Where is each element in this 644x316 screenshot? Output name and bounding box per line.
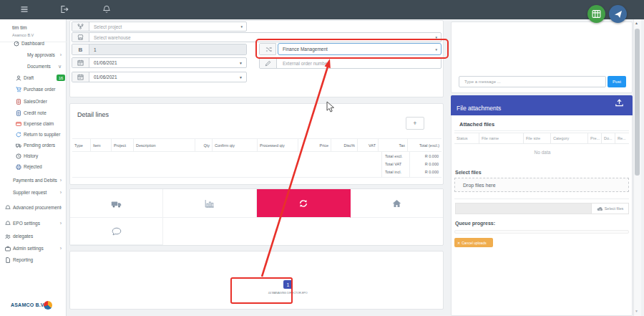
cancel-uploads-button[interactable]: ✕ Cancel uploads	[454, 238, 493, 247]
col-description: Description	[134, 139, 195, 151]
col-download: Do...	[601, 133, 615, 143]
flow-node-label: 44 MANAGING DIRECTOR-EPO	[268, 292, 308, 295]
truck-icon	[15, 142, 21, 148]
grid-fab-button[interactable]	[587, 5, 605, 23]
caret-down-icon: ▾	[435, 35, 437, 39]
order-number-field: B 1	[72, 44, 247, 55]
col-category: Category	[550, 133, 587, 143]
sidebar-item-return-to-supplier[interactable]: Return to supplier	[0, 130, 67, 139]
tab-comments[interactable]	[70, 218, 163, 245]
add-line-button[interactable]: +	[406, 117, 424, 130]
caret-down-icon: ▼	[239, 75, 243, 80]
sidebar-item-my-approvals[interactable]: My approvals ›	[0, 50, 67, 59]
send-fab-button[interactable]	[609, 5, 627, 23]
divider	[454, 130, 629, 131]
file-picker-bar[interactable]	[456, 204, 591, 214]
flow-node[interactable]: 1 44 MANAGING DIRECTOR-EPO	[255, 280, 321, 296]
upload-icon[interactable]	[615, 98, 624, 107]
comment-icon	[112, 227, 122, 236]
tab-statistics[interactable]	[163, 189, 257, 218]
sidebar-item-payments-debits[interactable]: Payments and Debits ›	[0, 176, 67, 185]
sidebar-item-draft[interactable]: Draft 16	[0, 73, 67, 82]
sidebar-item-documents[interactable]: Documents ∨	[0, 62, 67, 71]
tab-home[interactable]	[351, 189, 443, 218]
chevron-right-icon: ›	[60, 53, 62, 57]
sidebar-item-supplier-request[interactable]: Supplier request ›	[0, 188, 67, 197]
grid-icon	[592, 9, 601, 19]
file-attachments-header: File attachments	[451, 95, 633, 115]
col-file-name: File name	[479, 133, 523, 143]
col-project: Project	[112, 139, 134, 151]
sidebar-item-purchase-order[interactable]: Purchase order	[0, 85, 67, 94]
attached-files-title: Attached files	[459, 121, 494, 128]
sidebar-item-delegates[interactable]: delegates	[0, 231, 67, 241]
home-icon	[392, 199, 401, 208]
sidebar-item-advanced-procurement[interactable]: Advanced procurement ›	[0, 203, 67, 212]
notifications-bell-icon[interactable]	[102, 5, 112, 14]
scroll-up-icon[interactable]: ▲	[635, 21, 638, 25]
sidebar-item-history[interactable]: History	[0, 151, 67, 161]
cloud-upload-icon	[597, 206, 603, 211]
sidebar-item-salesorder[interactable]: SalesOrder	[0, 97, 67, 106]
detail-table-header: Type Item Project Description Qty Confir…	[72, 138, 441, 152]
chevron-right-icon: ›	[60, 178, 62, 183]
user-name: tim tim	[12, 25, 27, 30]
sidebar-item-credit-note[interactable]: Credit note	[0, 108, 67, 118]
external-order-input[interactable]	[281, 60, 436, 67]
pencil-icon	[260, 59, 277, 68]
col-vat: VAT	[358, 139, 379, 151]
sidebar-item-dashboard[interactable]: Dashboard	[0, 39, 67, 48]
chevron-right-icon: ›	[60, 221, 62, 226]
shuffle-icon	[260, 44, 276, 54]
file-attachments-title: File attachments	[457, 105, 501, 112]
warehouse-icon	[72, 33, 89, 42]
sidebar-item-reporting[interactable]: Reporting	[0, 255, 67, 264]
sidebar-item-rejected[interactable]: Rejected	[0, 162, 67, 171]
number-icon: B	[72, 44, 89, 54]
warehouse-select[interactable]: Select warehouse ▾	[72, 32, 441, 42]
post-button[interactable]: Post	[608, 76, 626, 87]
scroll-down-icon[interactable]: ▼	[635, 309, 638, 313]
col-confirm-qty: Confirm qty	[213, 139, 258, 151]
message-input[interactable]	[463, 79, 602, 85]
col-file-size: File size	[523, 133, 550, 143]
sidebar-item-expense-claim[interactable]: Expense claim	[0, 119, 67, 128]
chevron-right-icon: ›	[60, 191, 62, 195]
sidebar-item-epo-settings[interactable]: EPO settings ›	[0, 219, 67, 228]
project-select[interactable]: Select project ▾	[72, 21, 247, 32]
user-edit-icon	[15, 75, 21, 81]
file-picker: Select files	[455, 203, 629, 214]
scrollbar-thumb[interactable]	[635, 29, 640, 176]
sidebar-item-pending-orders[interactable]: Pending orders	[0, 140, 67, 150]
top-bar	[0, 0, 644, 19]
attachments-table-header: Status File name File size Category Pre.…	[454, 133, 629, 144]
no-data-text: No data	[452, 150, 633, 155]
caret-down-icon: ▾	[240, 24, 243, 29]
app-screen: tim tim Asamco B.V Dashboard My approval…	[0, 0, 644, 316]
delivery-date-picker[interactable]: 01/06/2021 ▼	[72, 72, 247, 82]
detail-table-body: Total excl. Total VAT Total incl. R 0.00…	[72, 152, 441, 178]
tab-approval-flow-active[interactable]	[257, 189, 351, 218]
col-price: Price	[298, 139, 331, 151]
x-icon: ✕	[457, 241, 460, 245]
draft-count-badge: 16	[57, 75, 65, 81]
drop-zone[interactable]: Drop files here	[454, 178, 629, 192]
dashboard-gauge-icon	[13, 40, 19, 47]
logout-icon[interactable]	[60, 5, 69, 14]
approval-flow-select[interactable]: Finance Management ▾	[278, 43, 441, 55]
order-date-picker[interactable]: 01/06/2021 ▼	[72, 57, 247, 68]
message-input-wrap	[459, 76, 606, 87]
bar-chart-icon	[205, 199, 215, 208]
external-order-field[interactable]	[259, 58, 441, 69]
col-qty: Qty	[195, 139, 213, 151]
menu-icon[interactable]	[20, 5, 29, 14]
sidebar-item-admin-settings[interactable]: Admin settings ›	[0, 244, 67, 253]
credit-card-icon	[15, 120, 21, 127]
chevron-right-icon: ›	[60, 246, 62, 251]
file-icon	[4, 257, 11, 263]
select-files-button[interactable]: Select files	[591, 204, 628, 214]
tab-delivery[interactable]	[70, 189, 163, 218]
sync-icon	[298, 199, 308, 208]
document-icon	[15, 110, 21, 116]
detail-lines-title: Detail lines	[77, 111, 109, 118]
